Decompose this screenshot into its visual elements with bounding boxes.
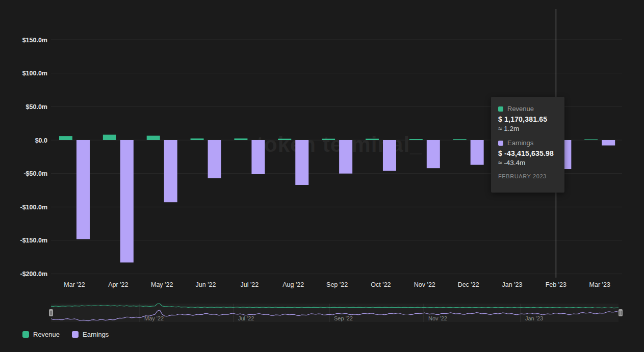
tooltip-revenue-row: Revenue [498,105,557,113]
x-axis-label: Oct '22 [371,281,391,288]
legend-revenue-label: Revenue [33,331,60,338]
y-axis-label: -$100.0m [20,204,47,211]
earnings-bar[interactable] [471,140,484,165]
x-axis-label: Sep '22 [326,281,348,288]
navigator-handle-right[interactable] [619,309,623,316]
tooltip-earnings-value: $ -43,415,635.98 [498,149,557,157]
x-axis-label: Mar '23 [589,281,610,288]
earnings-bar[interactable] [383,140,396,171]
y-axis-label: -$50.0m [23,170,47,177]
x-axis-label: May '22 [151,281,173,288]
revenue-bar[interactable] [278,139,291,140]
revenue-bar[interactable] [191,139,204,140]
revenue-bar[interactable] [234,139,247,140]
x-axis-label: Jul '22 [241,281,259,288]
earnings-bar[interactable] [76,140,90,239]
y-axis-label: $50.0m [26,103,47,111]
x-axis-label: Dec '22 [458,281,479,288]
earnings-bar[interactable] [339,140,352,174]
tooltip-revenue-value: $ 1,170,381.65 [498,115,557,123]
revenue-legend-swatch-icon [22,331,29,338]
earnings-bar[interactable] [164,140,177,202]
tooltip-revenue-label: Revenue [507,105,534,113]
tooltip-earnings-row: Earnings [498,139,557,147]
earnings-bar[interactable] [208,140,221,178]
earnings-legend-swatch-icon [72,331,79,338]
legend-item-earnings[interactable]: Earnings [72,331,109,338]
revenue-bar[interactable] [584,140,598,140]
x-axis-label: Jan '23 [502,281,523,288]
earnings-swatch-icon [498,141,503,146]
revenue-bar[interactable] [322,139,335,140]
x-axis-label: Mar '22 [64,281,85,288]
tooltip-revenue-approx: ≈ 1.2m [498,125,557,132]
app-root: $150.0m$100.0m$50.0m$0.0-$50.0m-$100.0m-… [0,0,644,352]
earnings-bar[interactable] [427,140,440,168]
revenue-bar[interactable] [366,139,379,140]
tooltip-earnings-approx: ≈ -43.4m [498,159,557,167]
tooltip-earnings-label: Earnings [507,139,533,147]
earnings-bar[interactable] [295,140,308,185]
navigator-handle-left[interactable] [49,309,53,316]
navigator-label: Jan '23 [525,315,543,321]
revenue-swatch-icon [498,106,503,112]
legend-earnings-label: Earnings [83,331,109,338]
x-axis-label: Feb '23 [546,281,566,288]
navigator-label: Nov '22 [428,315,447,321]
navigator-label: Jul '22 [238,315,254,321]
earnings-bar[interactable] [602,140,615,146]
x-axis-label: Aug '22 [282,281,304,288]
revenue-bar[interactable] [103,134,116,140]
revenue-bar[interactable] [409,139,423,140]
revenue-bar[interactable] [453,139,467,140]
x-axis-label: Nov '22 [414,281,435,288]
legend: Revenue Earnings [22,331,109,338]
y-axis-label: -$150.0m [20,237,47,244]
earnings-bar[interactable] [120,140,134,262]
revenue-bar[interactable] [59,136,72,140]
y-axis-label: $0.0 [35,137,47,144]
tooltip-period: FEBRUARY 2023 [498,173,557,179]
y-axis-label: $150.0m [22,37,47,44]
x-axis-label: Jun '22 [196,281,216,288]
revenue-bar[interactable] [147,136,160,140]
y-axis-label: $100.0m [22,70,47,77]
chart-tooltip: Revenue $ 1,170,381.65 ≈ 1.2m Earnings $… [491,97,564,193]
y-axis-label: -$200.0m [20,270,47,278]
legend-item-revenue[interactable]: Revenue [22,331,60,338]
earnings-bar[interactable] [251,140,265,174]
navigator-label: Sep '22 [334,315,353,321]
x-axis-label: Apr '22 [108,281,128,288]
navigator-label: May '22 [144,315,164,321]
